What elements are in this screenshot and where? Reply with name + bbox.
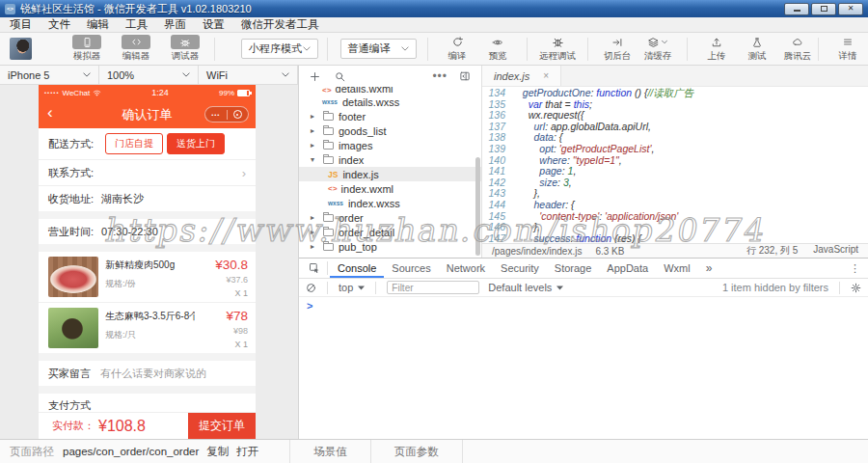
tree-file[interactable]: wxssdetails.wxss — [299, 95, 481, 109]
menu-item[interactable]: 微信开发者工具 — [241, 17, 319, 32]
mode-select[interactable]: 小程序模式 — [241, 39, 318, 59]
language-mode[interactable]: JavaScript — [813, 244, 858, 258]
log-level-select[interactable]: Default levels — [488, 282, 563, 293]
view-button[interactable]: 模拟器 — [67, 35, 107, 63]
submit-order-button[interactable]: 提交订单 — [188, 413, 256, 439]
tree-folder[interactable]: ▾index — [299, 152, 481, 167]
tree-scrollbar[interactable] — [475, 157, 480, 256]
copy-path-button[interactable]: 复制 — [206, 445, 229, 459]
product-original-price: ¥37.6 — [202, 275, 248, 285]
network-select[interactable]: WiFi — [199, 66, 298, 84]
menu-item[interactable]: 编辑 — [87, 17, 109, 32]
tree-file[interactable]: JSindex.js — [299, 167, 481, 181]
tree-folder[interactable]: ▸images — [299, 138, 481, 152]
separator — [327, 282, 328, 294]
section-gap — [39, 353, 256, 361]
code-line[interactable]: 147 success: function (res) { — [482, 233, 868, 243]
tree-file[interactable]: < >index.wxml — [299, 181, 481, 196]
console-prompt[interactable]: > — [307, 300, 312, 312]
code-line[interactable]: 142 size: 3, — [482, 177, 868, 189]
delivery-row: 配送方式: 门店自提送货上门 — [39, 128, 256, 159]
code-line[interactable]: 145 'content-type': 'application/json' — [482, 211, 868, 223]
delivery-option-button[interactable]: 送货上门 — [167, 133, 225, 154]
tab-index-js[interactable]: index.js × — [482, 66, 561, 86]
js-file-icon: JS — [328, 170, 338, 179]
minimize-button[interactable] — [784, 3, 809, 15]
toolbar-action-button[interactable]: 腾讯云 — [777, 35, 818, 63]
cursor-position[interactable]: 行 232, 列 5 — [746, 244, 798, 258]
toolbar-action-button[interactable]: 详情 — [827, 35, 868, 63]
bottom-status-bar: 页面路径 pages/con_order/con_order 复制 打开 场景值… — [0, 439, 868, 463]
tree-folder[interactable]: ▸pub_top — [299, 239, 481, 254]
toolbar-action-button[interactable]: 编译 — [437, 35, 477, 63]
context-value: top — [339, 282, 353, 293]
view-button[interactable]: 调试器 — [165, 35, 205, 63]
phone-status-bar: ••••• WeChat 1:24 99% — [39, 85, 256, 100]
toolbar-action-button[interactable]: 切后台 — [597, 35, 637, 63]
tree-file[interactable]: wxssindex.wxss — [299, 196, 481, 210]
tree-folder[interactable]: ▸order_detail — [299, 225, 481, 239]
menu-item[interactable]: 项目 — [10, 17, 32, 32]
action-label: 远程调试 — [539, 50, 576, 63]
toolbar-separator — [427, 38, 428, 61]
page-params-button[interactable]: 页面参数 — [371, 445, 462, 459]
phone-screen: ••••• WeChat 1:24 99% ‹ 确认订单 ••• 配送方式: 门… — [39, 85, 256, 439]
menu-item[interactable]: 工具 — [125, 17, 148, 32]
device-select[interactable]: iPhone 5 — [0, 66, 99, 84]
action-label: 上传 — [708, 50, 726, 63]
zoom-select[interactable]: 100% — [99, 66, 199, 84]
compile-mode-select[interactable]: 普通编译 — [340, 39, 418, 59]
tree-folder[interactable]: ▸footer — [299, 109, 481, 123]
context-select[interactable]: top — [339, 282, 365, 293]
open-path-button[interactable]: 打开 — [236, 445, 258, 459]
maximize-button[interactable] — [811, 3, 836, 15]
toolbar-action-button[interactable]: 测试 — [737, 35, 777, 63]
code-lines[interactable]: 134 getProductOne: function () {//读取广告13… — [482, 87, 868, 243]
product-info: 生态麻鸭3-3.5斤6-8个月份规格:/只 — [105, 308, 195, 348]
toolbar-action-button[interactable]: 上传 — [696, 35, 737, 63]
product-row[interactable]: 新鲜精瘦肉500g规格:/份¥30.8¥37.6X 1 — [39, 252, 256, 302]
toolbar-action-button[interactable]: 远程调试 — [536, 35, 579, 63]
console-tab-console[interactable]: Console — [330, 259, 384, 278]
user-avatar[interactable] — [10, 38, 32, 60]
buyer-message-row[interactable]: 买家留言 有什么话要对商家说的 — [39, 361, 256, 386]
filter-input[interactable] — [387, 281, 479, 294]
contact-row[interactable]: 联系方式: › — [39, 159, 256, 185]
menu-item[interactable]: 界面 — [164, 17, 186, 32]
tree-folder[interactable]: ▸goods_list — [299, 123, 481, 138]
more-options-icon[interactable]: ••• — [432, 73, 448, 79]
console-tab-appdata[interactable]: AppData — [599, 259, 656, 278]
scene-value-button[interactable]: 场景值 — [290, 445, 370, 459]
collapse-panel-icon[interactable] — [459, 70, 471, 82]
view-button[interactable]: 编辑器 — [116, 35, 156, 63]
console-tab-security[interactable]: Security — [493, 259, 547, 278]
close-button[interactable]: ✕ — [838, 3, 863, 15]
console-tab-storage[interactable]: Storage — [547, 259, 600, 278]
clear-console-icon[interactable] — [306, 283, 316, 293]
contact-label: 联系方式: — [48, 166, 94, 180]
close-tab-icon[interactable]: × — [543, 70, 549, 81]
console-tab-network[interactable]: Network — [439, 259, 493, 278]
panel-menu-icon[interactable]: ⋮ — [842, 259, 868, 278]
tree-file[interactable]: < >details.wxml — [299, 87, 481, 95]
folder-icon — [323, 156, 334, 164]
message-label: 买家留言 — [48, 367, 91, 381]
inspect-icon[interactable] — [304, 259, 325, 278]
add-file-icon[interactable] — [310, 71, 320, 82]
search-icon[interactable] — [335, 71, 345, 82]
console-output[interactable]: > — [299, 297, 868, 439]
console-tab-wxml[interactable]: Wxml — [656, 259, 698, 278]
console-tab-sources[interactable]: Sources — [384, 259, 438, 278]
capsule-menu[interactable]: ••• — [204, 106, 249, 123]
menu-item[interactable]: 文件 — [48, 17, 70, 32]
toolbar-action-button[interactable]: 预览 — [477, 35, 518, 63]
chevron-down-icon — [303, 46, 311, 51]
menu-item[interactable]: 设置 — [203, 17, 225, 32]
tree-folder[interactable]: ▸order — [299, 210, 481, 225]
console-settings-icon[interactable] — [851, 283, 861, 293]
back-icon[interactable]: ‹ — [47, 104, 53, 121]
more-tabs-button[interactable]: » — [698, 259, 720, 278]
toolbar-action-button[interactable]: 清缓存 — [637, 35, 678, 63]
product-row[interactable]: 生态麻鸭3-3.5斤6-8个月份规格:/只¥78¥98X 1 — [39, 302, 256, 353]
delivery-option-button[interactable]: 门店自提 — [105, 133, 163, 154]
